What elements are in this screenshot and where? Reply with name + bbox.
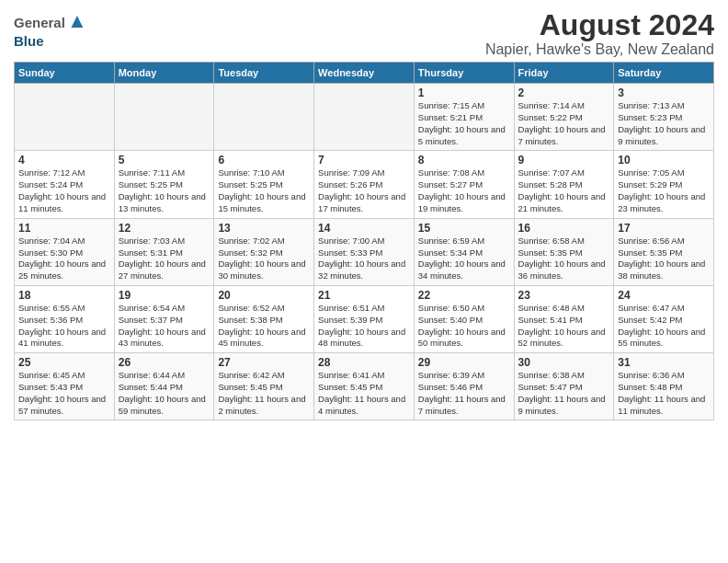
day-number-25: 25 — [18, 356, 110, 369]
day-cell-3-0: 18Sunrise: 6:55 AM Sunset: 5:36 PM Dayli… — [15, 285, 115, 352]
page-container: General▲ Blue August 2024 Napier, Hawke'… — [0, 0, 728, 430]
day-number-16: 16 — [518, 222, 610, 235]
day-cell-3-4: 22Sunrise: 6:50 AM Sunset: 5:40 PM Dayli… — [414, 285, 514, 352]
day-cell-0-6: 3Sunrise: 7:13 AM Sunset: 5:23 PM Daylig… — [614, 84, 714, 151]
day-cell-4-0: 25Sunrise: 6:45 AM Sunset: 5:43 PM Dayli… — [15, 353, 115, 420]
logo-text: General▲ — [14, 9, 87, 33]
day-number-20: 20 — [218, 289, 310, 302]
day-number-9: 9 — [518, 154, 610, 167]
week-row-1: 4Sunrise: 7:12 AM Sunset: 5:24 PM Daylig… — [15, 151, 714, 218]
day-info-12: Sunrise: 7:03 AM Sunset: 5:31 PM Dayligh… — [119, 236, 210, 282]
day-info-16: Sunrise: 6:58 AM Sunset: 5:35 PM Dayligh… — [518, 236, 610, 282]
day-number-19: 19 — [119, 289, 210, 302]
day-info-19: Sunrise: 6:54 AM Sunset: 5:37 PM Dayligh… — [119, 303, 210, 350]
day-cell-4-3: 28Sunrise: 6:41 AM Sunset: 5:45 PM Dayli… — [314, 353, 415, 420]
col-friday: Friday — [514, 63, 614, 84]
header: General▲ Blue August 2024 Napier, Hawke'… — [14, 9, 714, 58]
logo: General▲ Blue — [14, 9, 87, 50]
day-cell-0-5: 2Sunrise: 7:14 AM Sunset: 5:22 PM Daylig… — [514, 84, 614, 151]
col-monday: Monday — [114, 63, 214, 84]
day-info-6: Sunrise: 7:10 AM Sunset: 5:25 PM Dayligh… — [218, 167, 310, 214]
day-cell-1-1: 5Sunrise: 7:11 AM Sunset: 5:25 PM Daylig… — [114, 151, 214, 218]
day-cell-2-3: 14Sunrise: 7:00 AM Sunset: 5:33 PM Dayli… — [314, 218, 415, 285]
day-cell-4-4: 29Sunrise: 6:39 AM Sunset: 5:46 PM Dayli… — [414, 353, 514, 420]
day-number-10: 10 — [618, 154, 710, 167]
col-wednesday: Wednesday — [314, 63, 415, 84]
col-tuesday: Tuesday — [214, 63, 314, 84]
day-cell-0-0 — [15, 84, 115, 151]
day-number-22: 22 — [418, 289, 510, 302]
day-number-13: 13 — [218, 222, 310, 235]
day-number-26: 26 — [119, 356, 210, 369]
week-row-0: 1Sunrise: 7:15 AM Sunset: 5:21 PM Daylig… — [15, 84, 714, 151]
day-cell-0-1 — [114, 84, 214, 151]
day-info-14: Sunrise: 7:00 AM Sunset: 5:33 PM Dayligh… — [318, 236, 410, 282]
day-number-3: 3 — [618, 86, 710, 99]
day-cell-3-3: 21Sunrise: 6:51 AM Sunset: 5:39 PM Dayli… — [314, 285, 415, 352]
day-info-27: Sunrise: 6:42 AM Sunset: 5:45 PM Dayligh… — [218, 370, 310, 417]
week-row-2: 11Sunrise: 7:04 AM Sunset: 5:30 PM Dayli… — [15, 218, 714, 285]
day-info-4: Sunrise: 7:12 AM Sunset: 5:24 PM Dayligh… — [18, 167, 110, 214]
day-cell-4-2: 27Sunrise: 6:42 AM Sunset: 5:45 PM Dayli… — [214, 353, 314, 420]
day-number-6: 6 — [218, 154, 310, 167]
day-cell-4-5: 30Sunrise: 6:38 AM Sunset: 5:47 PM Dayli… — [514, 353, 614, 420]
day-info-8: Sunrise: 7:08 AM Sunset: 5:27 PM Dayligh… — [418, 167, 510, 214]
day-number-24: 24 — [618, 289, 710, 302]
day-cell-3-6: 24Sunrise: 6:47 AM Sunset: 5:42 PM Dayli… — [614, 285, 714, 352]
day-number-8: 8 — [418, 154, 510, 167]
day-cell-1-0: 4Sunrise: 7:12 AM Sunset: 5:24 PM Daylig… — [15, 151, 115, 218]
day-info-31: Sunrise: 6:36 AM Sunset: 5:48 PM Dayligh… — [618, 370, 710, 417]
day-info-25: Sunrise: 6:45 AM Sunset: 5:43 PM Dayligh… — [18, 370, 110, 417]
day-info-11: Sunrise: 7:04 AM Sunset: 5:30 PM Dayligh… — [18, 236, 110, 282]
day-info-1: Sunrise: 7:15 AM Sunset: 5:21 PM Dayligh… — [418, 100, 510, 147]
day-cell-2-2: 13Sunrise: 7:02 AM Sunset: 5:32 PM Dayli… — [214, 218, 314, 285]
day-cell-1-4: 8Sunrise: 7:08 AM Sunset: 5:27 PM Daylig… — [414, 151, 514, 218]
day-info-13: Sunrise: 7:02 AM Sunset: 5:32 PM Dayligh… — [218, 236, 310, 282]
day-cell-3-1: 19Sunrise: 6:54 AM Sunset: 5:37 PM Dayli… — [114, 285, 214, 352]
day-number-12: 12 — [119, 222, 210, 235]
day-number-23: 23 — [518, 289, 610, 302]
day-info-9: Sunrise: 7:07 AM Sunset: 5:28 PM Dayligh… — [518, 167, 610, 214]
day-cell-1-3: 7Sunrise: 7:09 AM Sunset: 5:26 PM Daylig… — [314, 151, 415, 218]
calendar-subtitle: Napier, Hawke's Bay, New Zealand — [485, 41, 714, 58]
day-number-4: 4 — [18, 154, 110, 167]
day-cell-2-0: 11Sunrise: 7:04 AM Sunset: 5:30 PM Dayli… — [15, 218, 115, 285]
logo-blue: Blue — [14, 33, 44, 49]
day-cell-3-5: 23Sunrise: 6:48 AM Sunset: 5:41 PM Dayli… — [514, 285, 614, 352]
logo-general: General — [14, 15, 65, 30]
day-number-15: 15 — [418, 222, 510, 235]
day-number-17: 17 — [618, 222, 710, 235]
day-info-22: Sunrise: 6:50 AM Sunset: 5:40 PM Dayligh… — [418, 303, 510, 350]
day-info-3: Sunrise: 7:13 AM Sunset: 5:23 PM Dayligh… — [618, 100, 710, 147]
day-info-21: Sunrise: 6:51 AM Sunset: 5:39 PM Dayligh… — [318, 303, 410, 350]
day-cell-0-4: 1Sunrise: 7:15 AM Sunset: 5:21 PM Daylig… — [414, 84, 514, 151]
day-cell-2-6: 17Sunrise: 6:56 AM Sunset: 5:35 PM Dayli… — [614, 218, 714, 285]
calendar-header-row: Sunday Monday Tuesday Wednesday Thursday… — [15, 63, 714, 84]
day-number-2: 2 — [518, 86, 610, 99]
calendar-table: Sunday Monday Tuesday Wednesday Thursday… — [14, 62, 714, 420]
col-thursday: Thursday — [414, 63, 514, 84]
calendar-title: August 2024 — [485, 9, 714, 41]
week-row-4: 25Sunrise: 6:45 AM Sunset: 5:43 PM Dayli… — [15, 353, 714, 420]
day-info-29: Sunrise: 6:39 AM Sunset: 5:46 PM Dayligh… — [418, 370, 510, 417]
day-info-2: Sunrise: 7:14 AM Sunset: 5:22 PM Dayligh… — [518, 100, 610, 147]
day-cell-1-5: 9Sunrise: 7:07 AM Sunset: 5:28 PM Daylig… — [514, 151, 614, 218]
day-number-11: 11 — [18, 222, 110, 235]
day-info-23: Sunrise: 6:48 AM Sunset: 5:41 PM Dayligh… — [518, 303, 610, 350]
day-number-14: 14 — [318, 222, 410, 235]
day-cell-4-6: 31Sunrise: 6:36 AM Sunset: 5:48 PM Dayli… — [614, 353, 714, 420]
title-section: August 2024 Napier, Hawke's Bay, New Zea… — [485, 9, 714, 58]
day-info-30: Sunrise: 6:38 AM Sunset: 5:47 PM Dayligh… — [518, 370, 610, 417]
day-cell-0-3 — [314, 84, 415, 151]
day-number-21: 21 — [318, 289, 410, 302]
day-cell-1-2: 6Sunrise: 7:10 AM Sunset: 5:25 PM Daylig… — [214, 151, 314, 218]
day-info-10: Sunrise: 7:05 AM Sunset: 5:29 PM Dayligh… — [618, 167, 710, 214]
day-cell-2-5: 16Sunrise: 6:58 AM Sunset: 5:35 PM Dayli… — [514, 218, 614, 285]
day-number-29: 29 — [418, 356, 510, 369]
day-info-18: Sunrise: 6:55 AM Sunset: 5:36 PM Dayligh… — [18, 303, 110, 350]
day-info-26: Sunrise: 6:44 AM Sunset: 5:44 PM Dayligh… — [119, 370, 210, 417]
day-cell-4-1: 26Sunrise: 6:44 AM Sunset: 5:44 PM Dayli… — [114, 353, 214, 420]
day-info-28: Sunrise: 6:41 AM Sunset: 5:45 PM Dayligh… — [318, 370, 410, 417]
day-cell-2-1: 12Sunrise: 7:03 AM Sunset: 5:31 PM Dayli… — [114, 218, 214, 285]
week-row-3: 18Sunrise: 6:55 AM Sunset: 5:36 PM Dayli… — [15, 285, 714, 352]
